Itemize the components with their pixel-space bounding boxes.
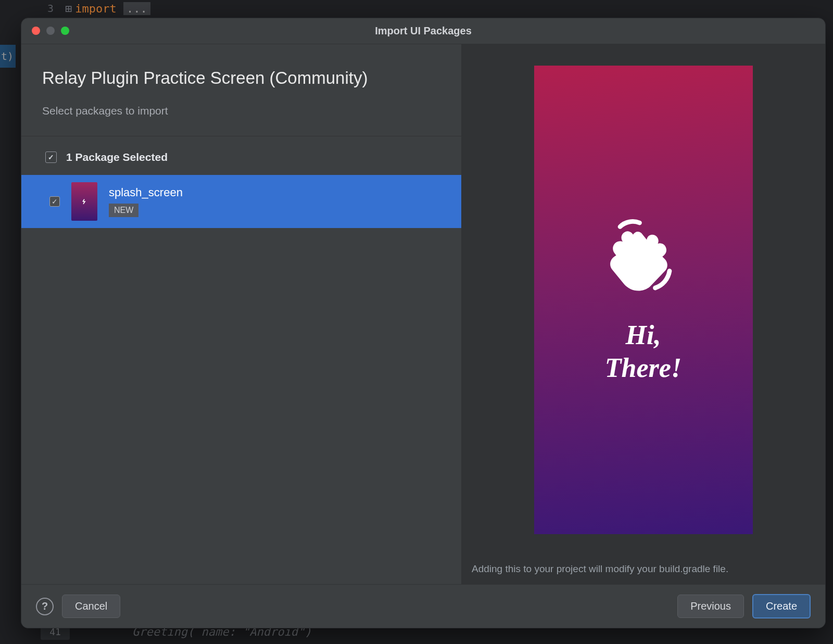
right-pane: Hi, There! Adding this to your project w… xyxy=(461,44,825,584)
preview-splash-screen: Hi, There! xyxy=(534,66,753,534)
preview-text-line1: Hi, xyxy=(605,319,681,351)
code-keyword: import xyxy=(75,2,116,15)
left-pane: Relay Plugin Practice Screen (Community)… xyxy=(21,44,461,584)
dialog-title: Import UI Packages xyxy=(21,25,825,37)
page-title: Relay Plugin Practice Screen (Community) xyxy=(42,68,440,88)
help-button[interactable]: ? xyxy=(36,598,54,615)
package-name: splash_screen xyxy=(109,186,183,199)
previous-button[interactable]: Previous xyxy=(677,595,744,618)
editor-left-chip: st) xyxy=(0,45,16,68)
check-icon: ✓ xyxy=(48,153,54,161)
dialog-titlebar: Import UI Packages xyxy=(21,18,825,44)
package-thumbnail xyxy=(71,182,97,221)
gutter-line-number: 3 xyxy=(0,2,65,15)
preview-text: Hi, There! xyxy=(605,319,681,384)
package-row[interactable]: ✓ splash_screen NEW xyxy=(21,175,461,228)
create-button[interactable]: Create xyxy=(752,594,811,618)
preview-area: Hi, There! xyxy=(461,44,825,555)
dialog-footer: ? Cancel Previous Create xyxy=(21,584,825,628)
hand-wave-icon xyxy=(604,215,683,293)
cancel-button[interactable]: Cancel xyxy=(62,595,120,618)
dialog-body: Relay Plugin Practice Screen (Community)… xyxy=(21,44,825,584)
preview-text-line2: There! xyxy=(605,352,681,384)
selected-count-label: 1 Package Selected xyxy=(66,151,168,163)
page-subtitle: Select packages to import xyxy=(42,105,440,117)
import-ui-packages-dialog: Import UI Packages Relay Plugin Practice… xyxy=(21,18,826,628)
left-header: Relay Plugin Practice Screen (Community)… xyxy=(21,44,461,136)
fold-icon: ⊞ xyxy=(65,2,75,15)
footer-hint: Adding this to your project will modify … xyxy=(461,555,825,584)
package-checkbox[interactable]: ✓ xyxy=(49,196,60,207)
check-icon: ✓ xyxy=(52,197,58,206)
package-info: splash_screen NEW xyxy=(109,186,183,217)
code-folded-dots: ... xyxy=(123,2,150,15)
window-controls xyxy=(32,27,69,35)
window-close-button[interactable] xyxy=(32,27,40,35)
select-all-checkbox[interactable]: ✓ xyxy=(45,151,57,163)
window-minimize-button[interactable] xyxy=(46,27,55,35)
select-all-row[interactable]: ✓ 1 Package Selected xyxy=(21,136,461,175)
hand-wave-icon xyxy=(80,197,89,206)
new-badge: NEW xyxy=(109,204,138,217)
window-zoom-button[interactable] xyxy=(61,27,69,35)
